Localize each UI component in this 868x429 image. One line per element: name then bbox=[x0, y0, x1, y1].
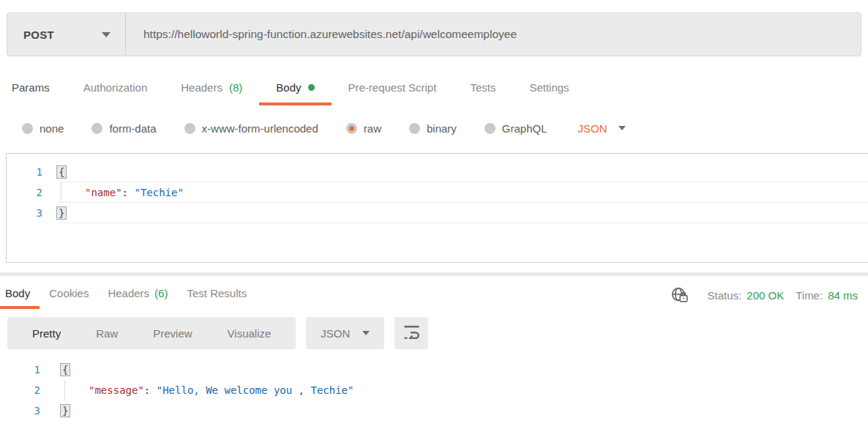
response-language-select[interactable]: JSON bbox=[306, 317, 384, 349]
wrap-text-button[interactable] bbox=[394, 317, 428, 349]
status-value: 200 OK bbox=[747, 289, 784, 302]
code-line: } bbox=[59, 203, 868, 223]
response-meta-row: Body Cookies Headers (6) Test Results bbox=[0, 283, 868, 309]
json-value: "Hello, We welcome you , Techie" bbox=[157, 384, 354, 396]
line-number: 1 bbox=[0, 359, 40, 380]
caret-down-icon bbox=[362, 331, 370, 335]
response-toolbar: Pretty Raw Preview Visualize JSON bbox=[7, 317, 868, 349]
request-url-text: https://helloworld-spring-function.azure… bbox=[143, 28, 517, 41]
response-tab-body[interactable]: Body bbox=[0, 283, 40, 309]
indent-guide bbox=[61, 182, 61, 202]
close-brace: } bbox=[60, 404, 70, 417]
radio-icon bbox=[409, 123, 420, 134]
line-number: 3 bbox=[7, 203, 42, 223]
request-editor-code: { "name": "Techie" } bbox=[59, 162, 868, 223]
json-key: "name" bbox=[85, 187, 122, 198]
radio-icon bbox=[184, 123, 195, 134]
tab-body[interactable]: Body bbox=[259, 76, 331, 105]
mode-none[interactable]: none bbox=[22, 122, 64, 135]
request-editor-gutter: 1 2 3 bbox=[7, 162, 59, 223]
open-brace: { bbox=[60, 363, 70, 376]
time-pair: Time: 84 ms bbox=[796, 289, 858, 302]
status-time-group: Status: 200 OK Time: 84 ms bbox=[708, 289, 858, 302]
status-pair: Status: 200 OK bbox=[708, 289, 785, 302]
response-status-area: Status: 200 OK Time: 84 ms bbox=[670, 283, 858, 305]
mode-form-data[interactable]: form-data bbox=[91, 122, 156, 135]
code-line: "message": "Hello, We welcome you , Tech… bbox=[62, 380, 868, 400]
response-tabs: Body Cookies Headers (6) Test Results bbox=[0, 283, 256, 309]
time-label: Time: bbox=[796, 289, 823, 302]
mode-raw[interactable]: raw bbox=[346, 122, 381, 135]
request-tabs: Params Authorization Headers (8) Body Pr… bbox=[0, 76, 868, 105]
response-tab-cookies[interactable]: Cookies bbox=[40, 283, 98, 309]
open-brace: { bbox=[56, 165, 67, 179]
code-line: { bbox=[59, 162, 868, 182]
radio-icon bbox=[91, 123, 102, 134]
tab-tests[interactable]: Tests bbox=[453, 76, 512, 105]
response-editor-code: { "message": "Hello, We welcome you , Te… bbox=[62, 359, 868, 426]
code-line: "name": "Techie" bbox=[59, 182, 868, 203]
request-url-input[interactable]: https://helloworld-spring-function.azure… bbox=[126, 13, 861, 56]
json-colon: : bbox=[122, 187, 128, 198]
view-tab-raw[interactable]: Raw bbox=[78, 327, 135, 340]
response-view-group: Pretty Raw Preview Visualize bbox=[7, 317, 296, 349]
response-tab-headers[interactable]: Headers (6) bbox=[98, 283, 177, 309]
radio-icon bbox=[484, 123, 495, 134]
request-body-editor[interactable]: 1 2 3 { "name": "Techie" } bbox=[6, 153, 868, 263]
indent-guide bbox=[64, 380, 65, 400]
json-value: "Techie" bbox=[134, 187, 183, 198]
line-number: 2 bbox=[7, 182, 42, 203]
caret-down-icon bbox=[102, 32, 111, 37]
green-dot-icon bbox=[308, 84, 315, 91]
body-mode-row: none form-data x-www-form-urlencoded raw… bbox=[0, 117, 868, 139]
postman-request-view: POST https://helloworld-spring-function.… bbox=[0, 12, 868, 429]
code-line: } bbox=[62, 400, 868, 421]
view-tab-visualize[interactable]: Visualize bbox=[210, 327, 289, 340]
line-number: 2 bbox=[0, 380, 40, 400]
tab-pre-request-script[interactable]: Pre-request Script bbox=[332, 76, 454, 105]
tab-authorization[interactable]: Authorization bbox=[67, 76, 165, 105]
time-value: 84 ms bbox=[828, 289, 858, 302]
mode-graphql[interactable]: GraphQL bbox=[484, 122, 547, 135]
request-url-bar: POST https://helloworld-spring-function.… bbox=[7, 12, 861, 56]
raw-language-value: JSON bbox=[578, 122, 607, 135]
response-language-value: JSON bbox=[321, 327, 350, 340]
response-headers-count-badge: (6) bbox=[154, 287, 168, 299]
tab-settings[interactable]: Settings bbox=[512, 76, 585, 105]
section-divider bbox=[0, 272, 868, 276]
response-body-editor[interactable]: 1 2 3 { "message": "Hello, We welcome yo… bbox=[0, 357, 868, 426]
tab-headers[interactable]: Headers (8) bbox=[164, 76, 259, 105]
globe-lock-icon[interactable] bbox=[670, 286, 690, 305]
mode-binary[interactable]: binary bbox=[409, 122, 457, 135]
mode-x-www-form-urlencoded[interactable]: x-www-form-urlencoded bbox=[184, 122, 318, 135]
line-number: 3 bbox=[0, 400, 40, 421]
wrap-text-icon bbox=[403, 325, 420, 342]
view-tab-pretty[interactable]: Pretty bbox=[15, 327, 78, 340]
headers-count-badge: (8) bbox=[229, 81, 242, 94]
response-editor-gutter: 1 2 3 bbox=[0, 359, 40, 426]
close-brace: } bbox=[56, 206, 67, 220]
caret-down-icon bbox=[618, 126, 626, 130]
tab-params[interactable]: Params bbox=[1, 76, 67, 105]
code-line: { bbox=[62, 359, 868, 380]
http-method-select[interactable]: POST bbox=[7, 13, 126, 56]
http-method-value: POST bbox=[23, 29, 54, 41]
radio-selected-icon bbox=[346, 123, 357, 134]
radio-icon bbox=[22, 123, 33, 134]
view-tab-preview[interactable]: Preview bbox=[135, 327, 209, 340]
json-key: "message" bbox=[89, 384, 144, 396]
raw-language-select[interactable]: JSON bbox=[578, 122, 626, 135]
line-number: 1 bbox=[7, 162, 42, 182]
response-tab-test-results[interactable]: Test Results bbox=[177, 283, 256, 309]
status-label: Status: bbox=[708, 289, 742, 302]
